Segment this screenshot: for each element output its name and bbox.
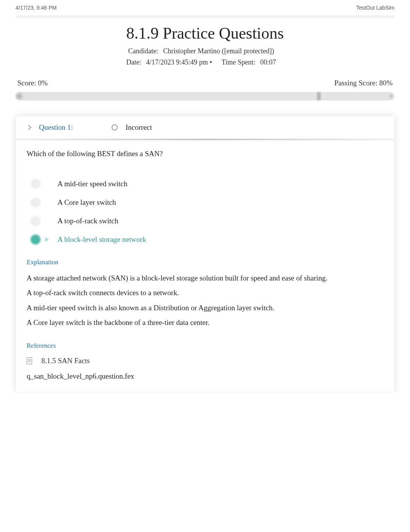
explanation-block: A storage attached network (SAN) is a bl…	[27, 273, 383, 328]
question-text: Which of the following BEST defines a SA…	[27, 150, 383, 158]
answer-option: A mid-tier speed switch	[30, 179, 383, 189]
answer-option: A top-of-rack switch	[30, 216, 383, 226]
date-label: Date:	[126, 58, 141, 66]
app-name: TestOut LabSim	[356, 5, 395, 11]
explanation-paragraph: A mid-tier speed switch is also known as…	[27, 303, 383, 313]
radio-unselected-icon	[30, 216, 41, 226]
references-heading: References	[27, 342, 383, 350]
radio-correct-icon	[30, 235, 41, 245]
question-header[interactable]: Question 1: Incorrect	[16, 116, 394, 140]
candidate-value: Christopher Martino ([email protected])	[163, 47, 274, 55]
answer-text: A mid-tier speed switch	[58, 180, 127, 188]
page-header: 4/17/23, 9:46 PM TestOut LabSim	[0, 0, 410, 15]
print-timestamp: 4/17/23, 9:46 PM	[15, 5, 57, 11]
question-card: Question 1: Incorrect Which of the follo…	[15, 116, 395, 393]
explanation-paragraph: A Core layer switch is the backbone of a…	[27, 318, 383, 328]
answer-option: A block-level storage network	[30, 235, 383, 245]
passing-score-marker	[317, 92, 321, 100]
answer-list: A mid-tier speed switch A Core layer swi…	[30, 179, 383, 245]
date-value: 4/17/2023 9:45:49 pm •	[146, 58, 212, 66]
radio-unselected-icon	[30, 197, 41, 207]
header-separator	[15, 15, 395, 19]
chevron-right-icon	[27, 124, 30, 131]
question-number: Question 1:	[39, 123, 73, 132]
answer-text: A top-of-rack switch	[58, 217, 118, 225]
document-icon	[27, 357, 32, 364]
score-value: Score: 0%	[17, 79, 48, 87]
time-spent-value: 00:07	[260, 58, 276, 66]
answer-text: A block-level storage network	[58, 235, 146, 244]
candidate-label: Candidate:	[128, 47, 158, 55]
incorrect-icon	[112, 124, 118, 131]
score-progress-bar	[15, 92, 395, 100]
explanation-paragraph: A top-of-rack switch connects devices to…	[27, 288, 383, 298]
reference-item[interactable]: 8.1.5 SAN Facts	[27, 357, 383, 365]
time-spent-label: Time Spent:	[222, 58, 256, 66]
explanation-heading: Explanation	[27, 258, 383, 266]
radio-unselected-icon	[30, 179, 41, 189]
progress-end-icon	[390, 93, 393, 99]
answer-option: A Core layer switch	[30, 197, 383, 207]
question-body: Which of the following BEST defines a SA…	[16, 140, 394, 392]
explanation-paragraph: A storage attached network (SAN) is a bl…	[27, 273, 383, 284]
question-file-id: q_san_block_level_np6.question.fex	[27, 372, 383, 381]
answer-text: A Core layer switch	[58, 198, 116, 207]
progress-start-icon	[16, 93, 22, 99]
score-row: Score: 0% Passing Score: 80%	[0, 79, 410, 87]
correct-arrow-icon	[44, 237, 51, 242]
reference-text: 8.1.5 SAN Facts	[41, 357, 90, 365]
page-title: 8.1.9 Practice Questions	[0, 24, 410, 42]
question-status: Incorrect	[125, 123, 152, 132]
exam-meta: Candidate: Christopher Martino ([email p…	[0, 46, 410, 68]
passing-score: Passing Score: 80%	[334, 79, 393, 87]
